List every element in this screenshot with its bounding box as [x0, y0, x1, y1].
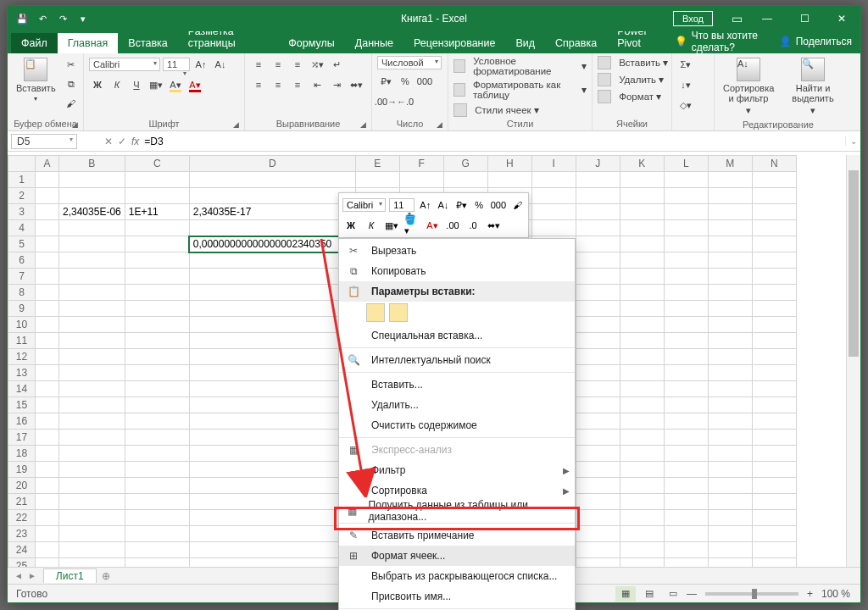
cell-C21[interactable] — [125, 494, 189, 510]
cell-K5[interactable] — [620, 236, 664, 252]
normal-view-icon[interactable]: ▦ — [615, 586, 636, 602]
paste-option-1-icon[interactable] — [366, 303, 385, 322]
row-header-8[interactable]: 8 — [8, 285, 36, 301]
cell-D14[interactable] — [189, 381, 355, 397]
col-header-C[interactable]: C — [125, 156, 189, 172]
cell-I3[interactable] — [531, 204, 576, 220]
ctx-define-name[interactable]: Присвоить имя... — [339, 586, 575, 607]
mini-accounting-icon[interactable]: ₽▾ — [454, 197, 469, 214]
col-header-E[interactable]: E — [355, 156, 399, 172]
cell-G1[interactable] — [443, 172, 487, 188]
cell-M15[interactable] — [708, 397, 752, 413]
cell-J13[interactable] — [576, 365, 620, 381]
cell-B4[interactable] — [59, 220, 125, 236]
cell-B6[interactable] — [59, 252, 125, 269]
row-header-11[interactable]: 11 — [8, 333, 36, 349]
zoom-in-icon[interactable]: + — [807, 588, 813, 600]
cell-C12[interactable] — [125, 349, 189, 365]
cell-D12[interactable] — [189, 349, 355, 365]
comma-icon[interactable]: 000 — [416, 73, 433, 90]
cell-K14[interactable] — [620, 381, 664, 397]
align-center-icon[interactable]: ≡ — [270, 76, 287, 93]
cell-N25[interactable] — [752, 558, 796, 568]
ctx-smart-lookup[interactable]: 🔍Интеллектуальный поиск — [339, 350, 575, 370]
cell-C4[interactable] — [125, 220, 189, 236]
cell-N2[interactable] — [752, 188, 796, 204]
cell-A18[interactable] — [36, 446, 59, 462]
cell-D11[interactable] — [189, 333, 355, 349]
mini-comma-icon[interactable]: 000 — [490, 197, 507, 214]
cell-J24[interactable] — [576, 542, 620, 558]
col-header-B[interactable]: B — [59, 156, 125, 172]
cell-J5[interactable] — [576, 236, 620, 252]
cell-L11[interactable] — [664, 333, 708, 349]
cell-A13[interactable] — [36, 365, 59, 381]
cell-B10[interactable] — [59, 317, 125, 333]
cell-A24[interactable] — [36, 542, 59, 558]
cell-K4[interactable] — [620, 220, 664, 236]
cell-D7[interactable] — [189, 269, 355, 285]
cell-N22[interactable] — [752, 510, 796, 526]
col-header-D[interactable]: D — [189, 156, 355, 172]
fill-color-icon[interactable]: A▾ — [167, 76, 184, 93]
ctx-sort[interactable]: Сортировка▶ — [339, 480, 575, 501]
cell-J4[interactable] — [576, 220, 620, 236]
row-header-18[interactable]: 18 — [8, 446, 36, 462]
row-header-2[interactable]: 2 — [8, 188, 36, 204]
ctx-delete[interactable]: Удалить... — [339, 395, 575, 415]
ctx-cut[interactable]: ✂Вырезать — [339, 241, 575, 261]
mini-borders-icon[interactable]: ▦▾ — [383, 217, 400, 234]
sheet-tab[interactable]: Лист1 — [43, 568, 97, 583]
cell-D25[interactable] — [189, 558, 355, 568]
cell-N7[interactable] — [752, 269, 796, 285]
cell-D6[interactable] — [189, 252, 355, 269]
cell-N8[interactable] — [752, 285, 796, 301]
cell-J9[interactable] — [576, 301, 620, 317]
cell-B9[interactable] — [59, 301, 125, 317]
cell-A11[interactable] — [36, 333, 59, 349]
row-header-19[interactable]: 19 — [8, 462, 36, 478]
cell-I4[interactable] — [531, 220, 576, 236]
cell-B12[interactable] — [59, 349, 125, 365]
cell-D10[interactable] — [189, 317, 355, 333]
cell-N21[interactable] — [752, 494, 796, 510]
row-header-14[interactable]: 14 — [8, 381, 36, 397]
cell-B25[interactable] — [59, 558, 125, 568]
cell-C19[interactable] — [125, 462, 189, 478]
underline-button[interactable]: Ч — [128, 76, 145, 93]
ctx-insert-comment[interactable]: ✎Вставить примечание — [339, 525, 575, 546]
cell-J18[interactable] — [576, 446, 620, 462]
font-color-icon[interactable]: A▾ — [186, 76, 203, 93]
cell-B24[interactable] — [59, 542, 125, 558]
cell-B1[interactable] — [59, 172, 125, 188]
cell-M1[interactable] — [708, 172, 752, 188]
cell-A25[interactable] — [36, 558, 59, 568]
ctx-copy[interactable]: ⧉Копировать — [339, 261, 575, 281]
cell-C8[interactable] — [125, 285, 189, 301]
cell-N16[interactable] — [752, 413, 796, 430]
cell-K8[interactable] — [620, 285, 664, 301]
cell-M4[interactable] — [708, 220, 752, 236]
row-header-16[interactable]: 16 — [8, 413, 36, 430]
ctx-clear[interactable]: Очистить содержимое — [339, 415, 575, 435]
cell-B21[interactable] — [59, 494, 125, 510]
share-button[interactable]: 👤 Поделиться — [779, 36, 852, 47]
cell-B18[interactable] — [59, 446, 125, 462]
insert-cells-button[interactable]: Вставить ▾ — [598, 56, 668, 69]
copy-icon[interactable]: ⧉ — [63, 75, 80, 92]
cell-K10[interactable] — [620, 317, 664, 333]
font-size-select[interactable]: 11 — [163, 58, 190, 71]
format-painter-icon[interactable]: 🖌 — [63, 95, 80, 112]
row-header-23[interactable]: 23 — [8, 526, 36, 542]
col-header-F[interactable]: F — [399, 156, 443, 172]
row-header-22[interactable]: 22 — [8, 510, 36, 526]
cell-K25[interactable] — [620, 558, 664, 568]
ribbon-options-icon[interactable]: ▭ — [725, 12, 748, 25]
cell-L17[interactable] — [664, 430, 708, 446]
cell-L2[interactable] — [664, 188, 708, 204]
cell-N19[interactable] — [752, 462, 796, 478]
cancel-formula-icon[interactable]: ✕ — [104, 136, 113, 147]
row-header-13[interactable]: 13 — [8, 365, 36, 381]
cell-N3[interactable] — [752, 204, 796, 220]
paste-button[interactable]: 📋 Вставить▾ — [13, 56, 59, 104]
